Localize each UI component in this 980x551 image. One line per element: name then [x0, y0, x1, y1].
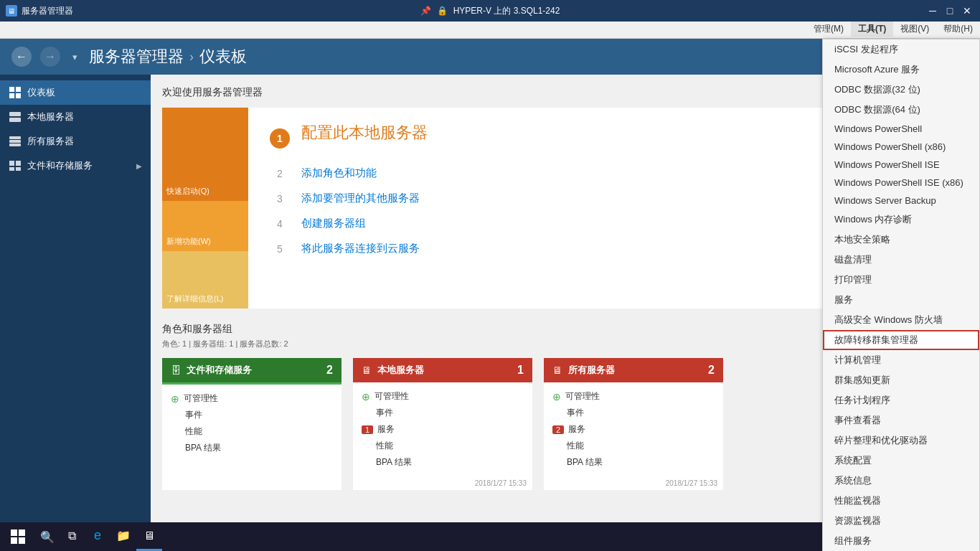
- minimize-button[interactable]: ─: [925, 4, 940, 18]
- dropdown-item-local-security[interactable]: 本地安全策略: [823, 230, 979, 250]
- lock-icon: 🔒: [437, 6, 448, 16]
- maximize-button[interactable]: □: [943, 4, 957, 18]
- local-row-manageability[interactable]: ⊕ 可管理性: [362, 388, 524, 405]
- local-mgmt-icon: ⊕: [362, 391, 370, 402]
- server-manager-taskbar-btn[interactable]: 🖥: [136, 522, 162, 551]
- sidebar-item-all-servers[interactable]: 所有服务器: [0, 129, 151, 154]
- card-row-events[interactable]: 事件: [171, 407, 333, 423]
- start-button[interactable]: [0, 522, 36, 551]
- title-bar-left: 🖥 服务器管理器: [6, 5, 73, 17]
- menu-manage[interactable]: 管理(M): [806, 22, 851, 37]
- sidebar-item-local-server[interactable]: 本地服务器: [0, 105, 151, 129]
- dropdown-item-odbc64[interactable]: ODBC 数据源(64 位): [823, 100, 979, 120]
- sidebar-item-dashboard[interactable]: 仪表板: [0, 80, 151, 105]
- step-5-link[interactable]: 将此服务器连接到云服务: [301, 242, 420, 255]
- dropdown-item-event-viewer[interactable]: 事件查看器: [823, 410, 979, 430]
- local-row-bpa[interactable]: BPA 结果: [362, 454, 524, 471]
- welcome-left-blocks: 快速启动(Q) 新增功能(W) 了解详细信息(L): [162, 108, 248, 309]
- all-servers-icon: [9, 135, 22, 148]
- dropdown-item-failover[interactable]: 故障转移群集管理器: [823, 330, 979, 350]
- menu-help[interactable]: 帮助(H): [936, 22, 980, 37]
- learn-more-label: 了解详细信息(L): [166, 293, 223, 304]
- all-row-perf[interactable]: 性能: [552, 438, 715, 454]
- card-body-local: ⊕ 可管理性 事件 1 服务 性能: [353, 382, 532, 476]
- all-row-events[interactable]: 事件: [552, 405, 715, 421]
- step-2-link[interactable]: 添加角色和功能: [301, 166, 377, 180]
- dashboard-icon: [9, 86, 22, 99]
- dropdown-item-task-scheduler[interactable]: 任务计划程序: [823, 390, 979, 410]
- new-features-label: 新增功能(W): [166, 236, 211, 247]
- all-perf-label: 性能: [567, 440, 584, 452]
- back-button[interactable]: ←: [11, 47, 32, 67]
- dropdown-item-perfmon[interactable]: 性能监视器: [823, 491, 979, 511]
- local-row-perf[interactable]: 性能: [362, 438, 524, 454]
- ie-button[interactable]: e: [85, 522, 110, 551]
- explorer-button[interactable]: 📁: [110, 522, 136, 551]
- card-file-storage: 🗄 文件和存储服务 2 ⊕ 可管理性 事件: [162, 358, 341, 490]
- dropdown-item-powershell-ise[interactable]: Windows PowerShell ISE: [823, 156, 979, 174]
- dropdown-item-powershell-x86[interactable]: Windows PowerShell (x86): [823, 138, 979, 156]
- close-button[interactable]: ✕: [960, 4, 974, 18]
- title-bar-center: 📌 🔒 HYPER-V 上的 3.SQL1-242: [420, 5, 560, 17]
- local-row-services[interactable]: 1 服务: [362, 421, 524, 438]
- all-events-label: 事件: [567, 407, 584, 419]
- local-perf-label: 性能: [376, 440, 393, 452]
- search-button[interactable]: 🔍: [36, 522, 59, 551]
- card-row-performance[interactable]: 性能: [171, 423, 333, 440]
- all-row-services[interactable]: 2 服务: [552, 421, 715, 438]
- forward-button[interactable]: →: [40, 47, 60, 67]
- dropdown-item-sysconfig[interactable]: 系统配置: [823, 451, 979, 471]
- menu-tools[interactable]: 工具(T): [851, 22, 893, 37]
- sidebar-label-dashboard: 仪表板: [27, 86, 142, 99]
- learn-more-block[interactable]: 了解详细信息(L): [162, 251, 248, 309]
- dropdown-item-wsb[interactable]: Windows Server Backup: [823, 192, 979, 209]
- dropdown-item-powershell-ise-x86[interactable]: Windows PowerShell ISE (x86): [823, 174, 979, 192]
- all-row-bpa[interactable]: BPA 结果: [552, 454, 715, 471]
- all-services-label: 服务: [568, 423, 585, 435]
- title-bar: 🖥 服务器管理器 📌 🔒 HYPER-V 上的 3.SQL1-242 ─ □ ✕: [0, 0, 980, 22]
- taskview-button[interactable]: ⧉: [59, 522, 85, 551]
- file-card-icon: 🗄: [171, 364, 181, 376]
- card-row-bpa[interactable]: BPA 结果: [171, 440, 333, 456]
- local-bpa-label: BPA 结果: [376, 456, 412, 468]
- dropdown-item-resmon[interactable]: 资源监视器: [823, 511, 979, 531]
- local-card-title: 本地服务器: [377, 364, 512, 377]
- new-features-block[interactable]: 新增功能(W): [162, 201, 248, 251]
- dropdown-item-cluster-aware[interactable]: 群集感知更新: [823, 370, 979, 390]
- menu-view[interactable]: 视图(V): [893, 22, 936, 37]
- quick-start-block[interactable]: 快速启动(Q): [162, 108, 248, 201]
- dropdown-item-powershell[interactable]: Windows PowerShell: [823, 120, 979, 138]
- dropdown-item-defrag[interactable]: 碎片整理和优化驱动器: [823, 430, 979, 451]
- dropdown-item-print[interactable]: 打印管理: [823, 270, 979, 290]
- title-bar-controls[interactable]: ─ □ ✕: [925, 4, 974, 18]
- step-num-1: 1: [270, 128, 290, 149]
- step-num-2: 2: [270, 168, 290, 179]
- svg-rect-1: [16, 87, 21, 92]
- dropdown-item-component-services[interactable]: 组件服务: [823, 531, 979, 551]
- local-service-badge: 1: [362, 425, 373, 434]
- card-row-manageability[interactable]: ⊕ 可管理性: [171, 390, 333, 407]
- dropdown-item-sysinfo[interactable]: 系统信息: [823, 471, 979, 491]
- sidebar-item-file-storage[interactable]: 文件和存储服务 ▶: [0, 154, 151, 178]
- svg-rect-10: [16, 161, 21, 166]
- dropdown-item-odbc32[interactable]: ODBC 数据源(32 位): [823, 80, 979, 100]
- dropdown-item-memory[interactable]: Windows 内存诊断: [823, 209, 979, 230]
- local-mgmt-label: 可管理性: [374, 390, 409, 402]
- nav-dropdown-button[interactable]: ▾: [69, 47, 80, 67]
- all-bpa-label: BPA 结果: [567, 456, 603, 468]
- dropdown-item-computer-mgmt[interactable]: 计算机管理: [823, 350, 979, 370]
- svg-rect-8: [9, 143, 21, 146]
- svg-rect-2: [9, 93, 14, 98]
- main-step-title: 配置此本地服务器: [301, 122, 428, 143]
- dropdown-item-services[interactable]: 服务: [823, 290, 979, 310]
- step-4-link[interactable]: 创建服务器组: [301, 217, 366, 230]
- card-header-local: 🖥 本地服务器 1: [353, 358, 532, 382]
- dropdown-item-iscsi[interactable]: iSCSI 发起程序: [823, 39, 979, 60]
- dropdown-item-disk-cleanup[interactable]: 磁盘清理: [823, 250, 979, 270]
- local-row-events[interactable]: 事件: [362, 405, 524, 421]
- dropdown-item-azure[interactable]: Microsoft Azure 服务: [823, 60, 979, 80]
- dropdown-item-firewall[interactable]: 高级安全 Windows 防火墙: [823, 310, 979, 330]
- all-row-manageability[interactable]: ⊕ 可管理性: [552, 388, 715, 405]
- step-3-link[interactable]: 添加要管理的其他服务器: [301, 192, 420, 205]
- events-label: 事件: [185, 409, 202, 421]
